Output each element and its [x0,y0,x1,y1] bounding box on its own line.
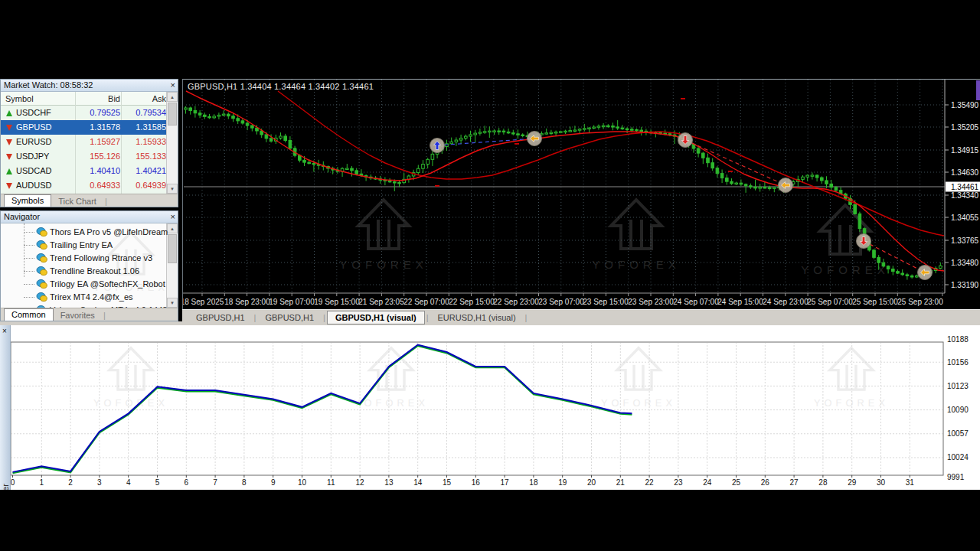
symbol-cell: EURUSD [16,137,51,146]
x-axis-label: 8 [242,478,247,487]
tree-branch-line [24,232,34,233]
chart-window[interactable]: YOFOREXYOFOREXYOFOREX18 Sep 202518 Sep 2… [182,79,980,309]
svg-text:YOFOREX: YOFOREX [601,397,676,409]
y-axis-label: 9991 [947,473,965,481]
trade-marker-sell[interactable] [857,234,871,249]
price-axis-label: 1.33765 [951,236,979,245]
x-axis-label: 1 [40,478,44,487]
time-axis-label: 25 Sep 23:00 [897,298,943,306]
trade-marker-close[interactable] [528,132,542,146]
y-axis-label: 10057 [947,429,969,438]
ask-cell: 155.133 [123,152,166,161]
chart-tab[interactable]: GBPUSD,H1 [257,311,322,324]
tab-separator: | [103,196,109,207]
y-axis-label: 10090 [947,406,969,414]
table-row[interactable]: EURUSD1.159271.15933 [1,135,166,149]
tree-branch-line [24,284,34,285]
tester-side-label[interactable]: Tester [1,453,10,490]
list-item-label: Trirex MT4 2.4@fx_es [50,292,133,302]
tab-tick-chart[interactable]: Tick Chart [51,196,103,207]
table-row[interactable]: USDCHF0.795250.79534 [1,106,166,120]
tab-separator: | [102,310,107,321]
scroll-down-icon[interactable]: ▼ [167,184,178,194]
close-icon[interactable]: × [171,80,175,91]
svg-text:YOFOREX: YOFOREX [339,258,427,271]
price-axis-label: 1.33480 [951,259,979,267]
time-axis-label: 19 Sep 15:00 [314,298,360,306]
x-axis-label: 20 [587,478,596,487]
tab-symbols[interactable]: Symbols [4,194,51,207]
scroll-up-icon[interactable]: ▲ [167,92,178,102]
x-axis-label: 21 [616,478,626,487]
column-bid[interactable]: Bid [77,94,120,103]
table-row[interactable]: USDCAD1.404101.40421 [1,164,166,178]
expert-advisor-icon [36,292,47,302]
time-axis-label: 21 Sep 23:05 [358,298,404,306]
arrow-up-icon [6,168,12,174]
chart-tab[interactable]: GBPUSD,H1 (visual) [327,311,425,324]
bid-cell: 1.15927 [77,137,120,146]
x-axis-label: 0 [11,478,15,487]
list-item-label: Trilogy EA @SoftechFX_Robot [50,279,165,289]
trade-marker-buy[interactable] [430,139,445,153]
trade-marker-close[interactable] [918,266,933,280]
time-axis-label: 22 Sep 15:00 [449,298,495,306]
tab-separator: | [524,312,529,323]
chart-tab[interactable]: GBPUSD,H1 [188,311,253,324]
scrollbar-thumb[interactable] [168,103,177,126]
x-axis-label: 5 [155,478,160,487]
svg-text:YOFOREX: YOFOREX [592,258,680,271]
price-axis-label: 1.35490 [951,101,979,109]
x-axis-label: 9 [271,478,276,487]
chart-tab[interactable]: EURUSD,H1 (visual) [430,311,523,324]
close-icon[interactable]: × [171,211,175,223]
expert-advisor-icon [36,253,47,263]
x-axis-label: 19 [558,478,567,487]
x-axis-label: 14 [413,478,423,487]
column-symbol[interactable]: Symbol [5,94,34,103]
column-ask[interactable]: Ask [123,94,166,103]
time-axis-label: 22 Sep 07:00 [403,298,449,306]
mt4-terminal: Market Watch: 08:58:32 × Symbol Bid Ask … [0,0,980,551]
trade-marker-close[interactable] [779,178,793,193]
time-axis-label: 24 Sep 23:00 [763,298,808,306]
table-row[interactable]: GBPUSD1.315781.31585 [1,120,166,135]
market-watch-scrollbar[interactable]: ▲ ▼ [166,92,178,194]
tab-favorites[interactable]: Favorites [54,310,102,321]
balance-chart[interactable]: YOFOREXYOFOREXYOFOREXYOFOREX012345678910… [0,325,980,490]
x-axis-label: 25 [732,478,741,487]
list-item[interactable]: Trend Following Rtrance v3 [1,252,178,265]
y-axis-label: 10123 [947,382,969,390]
time-axis-label: 23 Sep 23:00 [628,298,674,306]
time-axis-label: 25 Sep 15:00 [852,298,898,306]
ask-cell: 1.31585 [123,122,166,132]
table-row[interactable]: AUDUSD0.649330.64939 [1,178,166,193]
svg-text:YOFOREX: YOFOREX [814,397,889,409]
trade-marker-sell[interactable] [678,133,693,148]
list-item[interactable]: Trailing Entry EA [1,239,178,252]
tree-branch-line [24,297,34,298]
close-icon[interactable]: × [2,327,7,335]
x-axis-label: 2 [68,478,73,487]
price-chart[interactable]: YOFOREXYOFOREXYOFOREX18 Sep 202518 Sep 2… [183,80,980,310]
time-axis-label: 22 Sep 23:00 [493,298,539,306]
list-item[interactable]: Thors EA Pro v5 @LifeInDream [1,226,178,239]
stop-tick [514,143,519,145]
symbol-cell: USDJPY [16,152,49,161]
price-axis-label: 1.34630 [951,168,979,177]
stop-tick [681,98,685,99]
list-item[interactable]: Trendline Breakout 1.06 [1,265,178,278]
list-item[interactable]: Trirex MT4 2.4@fx_es [1,291,178,304]
table-row[interactable]: USDJPY155.126155.133 [1,149,166,164]
tab-common[interactable]: Common [4,308,54,321]
x-axis-label: 30 [877,478,886,487]
time-axis-label: 24 Sep 07:00 [673,298,719,306]
list-item-label: Thors EA Pro v5 @LifeInDream [50,227,168,236]
tree-branch-line [24,245,34,246]
tab-separator: | [253,312,258,323]
list-item[interactable]: Trilogy EA @SoftechFX_Robot [1,278,178,291]
x-axis-label: 10 [298,478,307,487]
symbol-cell: GBPUSD [16,122,51,132]
x-axis-label: 27 [790,478,799,487]
x-axis-label: 13 [384,478,394,487]
